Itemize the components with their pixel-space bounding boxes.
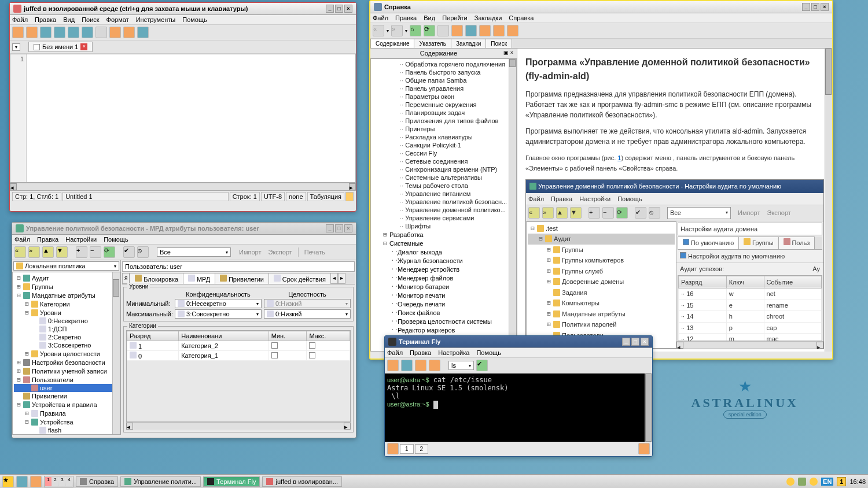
menu-view[interactable]: Вид xyxy=(63,16,75,23)
tree-scroll[interactable] xyxy=(112,272,120,434)
close-tab-icon[interactable] xyxy=(401,360,413,371)
tree-node[interactable]: ⊞Категории xyxy=(14,300,119,308)
tree-node[interactable]: ⊞Политики учетной записи xyxy=(14,367,119,375)
close-button[interactable]: × xyxy=(641,338,649,346)
max-conf-select[interactable]: 3:Совсекретно▾ xyxy=(175,309,262,319)
cut-icon[interactable] xyxy=(95,27,107,38)
tab-index[interactable]: Указатель xyxy=(414,39,451,48)
tab-scroll-right[interactable]: ▸ xyxy=(338,273,345,284)
volume-icon[interactable] xyxy=(810,478,818,486)
tab-bookmarks[interactable]: Закладки xyxy=(451,39,486,48)
nav-down-icon[interactable]: ▼ xyxy=(56,246,68,258)
back-icon[interactable]: « xyxy=(373,25,384,36)
min-check[interactable] xyxy=(271,342,278,349)
nav-fwd-icon[interactable]: » xyxy=(28,246,40,258)
task-policy[interactable]: Управление полити... xyxy=(120,476,201,487)
export-button[interactable]: Экспорт xyxy=(268,249,292,256)
new-tab-icon[interactable] xyxy=(387,360,399,371)
scope-select[interactable]: Локальная политика▾ xyxy=(13,261,119,271)
tree-node[interactable]: Панель быстрого запуска xyxy=(372,68,515,76)
status-eol[interactable]: none xyxy=(286,192,306,201)
tab-list-icon[interactable] xyxy=(638,443,650,454)
redo-icon[interactable] xyxy=(82,27,93,38)
close-button[interactable]: × xyxy=(344,224,352,232)
tree-node[interactable]: ··Менеджер файлов xyxy=(372,273,515,282)
maximize-button[interactable]: □ xyxy=(335,5,343,13)
task-juffed[interactable]: juffed в изолирован... xyxy=(262,476,342,487)
max-check[interactable] xyxy=(309,342,315,349)
bookmark-icon[interactable] xyxy=(465,25,477,36)
tree-node[interactable]: ··Редактор маркеров xyxy=(372,326,515,334)
cat-hscroll[interactable]: ◂▸ xyxy=(126,422,351,430)
tree-node[interactable]: Приложения для типов файлов xyxy=(372,117,515,125)
tree-node[interactable]: Переменные окружения xyxy=(372,101,515,109)
undo-icon[interactable] xyxy=(68,27,79,38)
tree-node[interactable]: Сессии Fly xyxy=(372,149,515,157)
minimize-button[interactable]: _ xyxy=(622,338,630,346)
tree-node[interactable]: ⊞Настройки безопасности xyxy=(14,358,119,367)
import-button[interactable]: Импорт xyxy=(239,249,261,256)
tree-node[interactable]: ⊞Правила xyxy=(14,409,119,417)
zoom-reset-icon[interactable] xyxy=(507,25,518,36)
run-icon[interactable]: ✔ xyxy=(476,360,488,371)
menu-format[interactable]: Формат xyxy=(106,16,129,23)
tree-node[interactable]: Шрифты xyxy=(372,222,515,230)
editor-hscroll[interactable]: ◂▸ xyxy=(10,183,356,190)
terminal-titlebar[interactable]: Терминал Fly _□× xyxy=(385,336,652,348)
refresh-icon[interactable]: ⟳ xyxy=(104,246,115,258)
tree-node[interactable]: flash xyxy=(14,426,119,434)
copy-icon[interactable] xyxy=(109,27,121,38)
file-manager-icon[interactable] xyxy=(30,476,42,487)
min-conf-select[interactable]: 0:Несекретно▾ xyxy=(175,299,262,308)
menu-file[interactable]: Файл xyxy=(387,349,403,356)
tab-block[interactable]: Блокировка xyxy=(130,273,183,284)
tree-node[interactable]: Сетевые соединения xyxy=(372,157,515,165)
terminal-output[interactable]: user@astra:~$ cat /etc/issue Astra Linux… xyxy=(385,374,652,442)
zoom-in-icon[interactable] xyxy=(479,25,491,36)
tree-node[interactable]: ··Журнал безопасности xyxy=(372,256,515,265)
paste-icon[interactable] xyxy=(123,27,135,38)
menu-help[interactable]: Помощь xyxy=(104,236,128,243)
open-icon[interactable] xyxy=(26,27,38,38)
tree-node[interactable]: ··Диалог выхода xyxy=(372,247,515,256)
network-icon[interactable] xyxy=(798,478,806,486)
term-tab-2[interactable]: 2 xyxy=(415,444,429,454)
filter-select[interactable]: Все▾ xyxy=(157,247,231,257)
help-tree[interactable]: Обработка горячего подключенияПанель быс… xyxy=(370,58,517,352)
tree-node[interactable]: Санкции Policykit-1 xyxy=(372,141,515,149)
maximize-button[interactable]: □ xyxy=(631,338,639,346)
status-indent[interactable]: Табуляция xyxy=(307,192,344,201)
copy-icon[interactable] xyxy=(415,360,426,371)
minimize-button[interactable]: _ xyxy=(326,5,334,13)
tree-node[interactable]: ··Монитор батареи xyxy=(372,282,515,291)
tab-prev[interactable]: я xyxy=(122,273,130,284)
tree-node[interactable]: ⊟Устройства и правила xyxy=(14,400,119,409)
tree-node[interactable]: ⊟Аудит xyxy=(14,273,119,282)
menu-edit[interactable]: Правка xyxy=(395,14,417,21)
tree-node[interactable]: ··Поиск файлов xyxy=(372,308,515,317)
maximize-button[interactable]: □ xyxy=(335,224,343,232)
close-button[interactable]: × xyxy=(344,5,352,13)
menu-edit[interactable]: Правка xyxy=(35,16,56,23)
saveall-icon[interactable] xyxy=(54,27,65,38)
save-icon[interactable] xyxy=(40,27,52,38)
lang-indicator[interactable]: EN xyxy=(821,478,833,486)
nav-up-icon[interactable]: ▲ xyxy=(42,246,54,258)
pager[interactable]: 12 34 xyxy=(44,476,73,487)
print-icon[interactable] xyxy=(451,25,463,36)
editor-area[interactable]: 1 xyxy=(10,54,356,183)
min-check[interactable] xyxy=(271,352,278,358)
task-help[interactable]: Справка xyxy=(76,476,118,487)
menu-edit[interactable]: Правка xyxy=(37,236,58,243)
tab-expiry[interactable]: Срок действия xyxy=(269,273,331,284)
tab-mrd[interactable]: МРД xyxy=(183,273,215,284)
paste-icon[interactable] xyxy=(429,360,440,371)
term-scroll[interactable] xyxy=(645,374,652,442)
panel-close-icon[interactable]: × xyxy=(510,50,513,57)
tree-node[interactable]: 3:Совсекретно xyxy=(14,341,119,349)
tree-node[interactable]: Управление доменной политико... xyxy=(372,206,515,214)
cmd-select[interactable]: ls▾ xyxy=(448,361,474,370)
new-icon[interactable] xyxy=(12,27,24,38)
juffed-titlebar[interactable]: juffed в изолированной среде (ctrl+g для… xyxy=(10,3,356,15)
menu-view[interactable]: Вид xyxy=(424,14,435,21)
